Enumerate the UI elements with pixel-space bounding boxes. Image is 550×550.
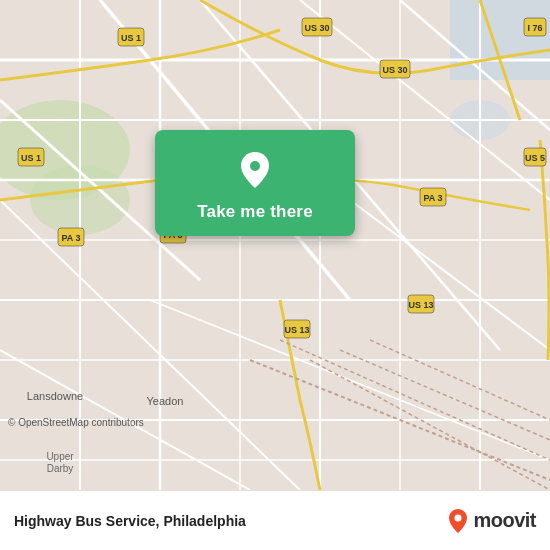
- svg-rect-3: [450, 0, 550, 80]
- moovit-logo: moovit: [447, 508, 536, 534]
- svg-text:Upper: Upper: [46, 451, 74, 462]
- svg-point-59: [250, 161, 260, 171]
- take-me-there-button[interactable]: Take me there: [155, 130, 355, 236]
- svg-text:Yeadon: Yeadon: [147, 395, 184, 407]
- svg-text:US 1: US 1: [21, 153, 41, 163]
- svg-text:US 1: US 1: [121, 33, 141, 43]
- svg-text:US 30: US 30: [304, 23, 329, 33]
- moovit-pin-icon: [447, 508, 469, 534]
- map-area: US 1 US 30 US 30 US 1 PA 3 PA 3 PA 3 US …: [0, 0, 550, 490]
- svg-point-60: [455, 514, 462, 521]
- location-pin-icon: [233, 148, 277, 192]
- svg-text:Darby: Darby: [47, 463, 74, 474]
- svg-text:US 5: US 5: [525, 153, 545, 163]
- svg-text:I 76: I 76: [527, 23, 542, 33]
- svg-text:US 13: US 13: [284, 325, 309, 335]
- take-me-there-label: Take me there: [197, 202, 313, 222]
- svg-text:US 13: US 13: [408, 300, 433, 310]
- svg-text:PA 3: PA 3: [423, 193, 442, 203]
- place-title: Highway Bus Service, Philadelphia: [14, 513, 246, 529]
- bottom-bar: Highway Bus Service, Philadelphia moovit: [0, 490, 550, 550]
- svg-text:US 30: US 30: [382, 65, 407, 75]
- svg-text:Lansdowne: Lansdowne: [27, 390, 83, 402]
- moovit-logo-text: moovit: [473, 509, 536, 532]
- map-attribution: © OpenStreetMap contributors: [8, 417, 144, 428]
- svg-text:PA 3: PA 3: [61, 233, 80, 243]
